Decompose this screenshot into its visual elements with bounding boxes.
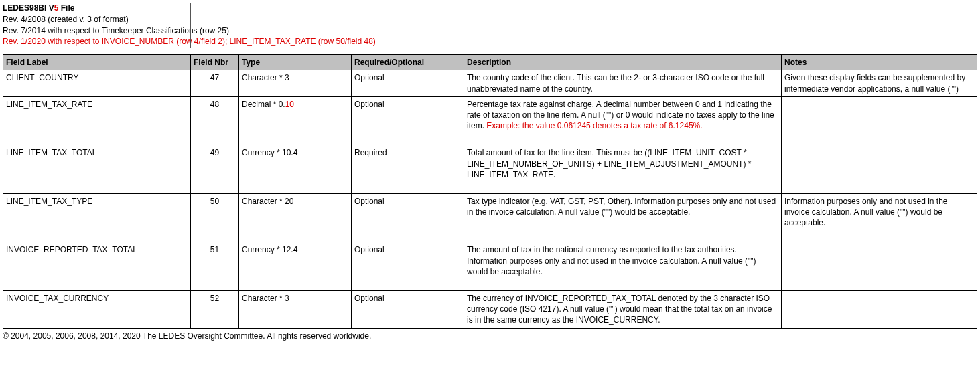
- cell-label: INVOICE_REPORTED_TAX_TOTAL: [3, 242, 191, 291]
- table-row: LINE_ITEM_TAX_RATE 48 Decimal * 0.10 Opt…: [3, 96, 977, 145]
- cell-notes: [782, 242, 977, 291]
- title-suffix: File: [58, 3, 74, 13]
- cell-desc: The country code of the client. This can…: [464, 70, 782, 96]
- cell-req: Optional: [352, 70, 464, 96]
- title-prefix: LEDES98BI V: [3, 3, 54, 13]
- col-header-req: Required/Optional: [352, 55, 464, 70]
- fields-table: Field Label Field Nbr Type Required/Opti…: [3, 54, 977, 328]
- table-header-row: Field Label Field Nbr Type Required/Opti…: [3, 55, 977, 70]
- cell-notes: Information purposes only and not used i…: [782, 193, 977, 242]
- cell-type: Currency * 12.4: [239, 242, 352, 291]
- cell-type: Currency * 10.4: [239, 145, 352, 194]
- col-header-notes: Notes: [782, 55, 977, 70]
- cell-req: Optional: [352, 96, 464, 145]
- cell-label: LINE_ITEM_TAX_RATE: [3, 96, 191, 145]
- cell-type: Character * 3: [239, 70, 352, 96]
- cell-nbr: 52: [191, 291, 239, 329]
- cell-nbr: 50: [191, 193, 239, 242]
- cell-notes: [782, 291, 977, 329]
- table-row: CLIENT_COUNTRY 47 Character * 3 Optional…: [3, 70, 977, 96]
- col-header-nbr: Field Nbr: [191, 55, 239, 70]
- table-row: INVOICE_TAX_CURRENCY 52 Character * 3 Op…: [3, 291, 977, 329]
- cell-label: CLIENT_COUNTRY: [3, 70, 191, 96]
- cell-label: INVOICE_TAX_CURRENCY: [3, 291, 191, 329]
- cell-desc: The currency of INVOICE_REPORTED_TAX_TOT…: [464, 291, 782, 329]
- table-row: LINE_ITEM_TAX_TYPE 50 Character * 20 Opt…: [3, 193, 977, 242]
- cell-nbr: 49: [191, 145, 239, 194]
- cell-label: LINE_ITEM_TAX_TYPE: [3, 193, 191, 242]
- cell-notes: [782, 96, 977, 145]
- cell-req: Optional: [352, 291, 464, 329]
- revision-line-3: Rev. 1/2020 with respect to INVOICE_NUMB…: [3, 36, 977, 48]
- cell-type: Character * 20: [239, 193, 352, 242]
- cell-desc: Tax type indicator (e.g. VAT, GST, PST, …: [464, 193, 782, 242]
- col-header-label: Field Label: [3, 55, 191, 70]
- cell-req: Optional: [352, 193, 464, 242]
- cell-notes: Given these display fields can be supple…: [782, 70, 977, 96]
- cell-label: LINE_ITEM_TAX_TOTAL: [3, 145, 191, 194]
- cell-nbr: 48: [191, 96, 239, 145]
- cell-type: Decimal * 0.10: [239, 96, 352, 145]
- cell-nbr: 51: [191, 242, 239, 291]
- revision-line-2: Rev. 7/2014 with respect to Timekeeper C…: [3, 25, 977, 37]
- cell-nbr: 47: [191, 70, 239, 96]
- document-title: LEDES98BI V5 File: [3, 3, 977, 14]
- table-row: INVOICE_REPORTED_TAX_TOTAL 51 Currency *…: [3, 242, 977, 291]
- cell-type: Character * 3: [239, 291, 352, 329]
- document-header: LEDES98BI V5 File Rev. 4/2008 (created v…: [3, 3, 977, 48]
- cell-desc: Total amount of tax for the line item. T…: [464, 145, 782, 194]
- cell-req: Required: [352, 145, 464, 194]
- table-row: LINE_ITEM_TAX_TOTAL 49 Currency * 10.4 R…: [3, 145, 977, 194]
- cell-req: Optional: [352, 242, 464, 291]
- cell-desc: The amount of tax in the national curren…: [464, 242, 782, 291]
- cell-desc: Percentage tax rate against charge. A de…: [464, 96, 782, 145]
- cell-notes: [782, 145, 977, 194]
- col-header-desc: Description: [464, 55, 782, 70]
- col-header-type: Type: [239, 55, 352, 70]
- footer-copyright: © 2004, 2005, 2006, 2008, 2014, 2020 The…: [3, 331, 977, 341]
- revision-line-1: Rev. 4/2008 (created v. 3 of format): [3, 14, 977, 25]
